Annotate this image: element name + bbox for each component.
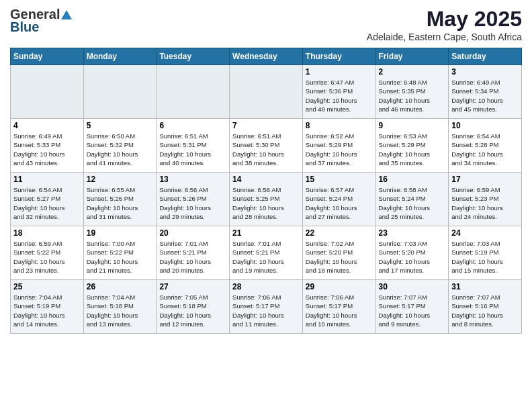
weekday-header-tuesday: Tuesday [157, 48, 230, 65]
calendar-cell: 2Sunrise: 6:48 AM Sunset: 5:35 PM Daylig… [375, 65, 449, 119]
day-info: Sunrise: 6:51 AM Sunset: 5:30 PM Dayligh… [232, 132, 300, 167]
day-info: Sunrise: 6:56 AM Sunset: 5:25 PM Dayligh… [232, 185, 300, 221]
calendar-cell: 29Sunrise: 7:06 AM Sunset: 5:17 PM Dayli… [302, 280, 375, 334]
calendar-cell: 20Sunrise: 7:01 AM Sunset: 5:21 PM Dayli… [157, 226, 230, 280]
page-header: General Blue May 2025 Adelaide, Eastern … [10, 7, 522, 42]
day-number: 11 [13, 175, 81, 184]
day-info: Sunrise: 6:48 AM Sunset: 5:35 PM Dayligh… [379, 78, 446, 113]
day-info: Sunrise: 6:57 AM Sunset: 5:24 PM Dayligh… [306, 185, 373, 221]
day-number: 15 [306, 175, 373, 184]
weekday-header-wednesday: Wednesday [230, 48, 303, 65]
calendar-table: SundayMondayTuesdayWednesdayThursdayFrid… [10, 48, 522, 334]
title-area: May 2025 Adelaide, Eastern Cape, South A… [367, 7, 522, 42]
calendar-week-row: 18Sunrise: 6:59 AM Sunset: 5:22 PM Dayli… [11, 226, 522, 280]
day-info: Sunrise: 7:06 AM Sunset: 5:17 PM Dayligh… [306, 293, 373, 328]
weekday-header-sunday: Sunday [11, 48, 84, 65]
day-number: 5 [87, 121, 154, 130]
day-number: 19 [87, 228, 154, 238]
day-info: Sunrise: 7:02 AM Sunset: 5:20 PM Dayligh… [306, 239, 373, 275]
day-number: 25 [13, 282, 81, 291]
calendar-cell: 22Sunrise: 7:02 AM Sunset: 5:20 PM Dayli… [302, 226, 375, 280]
day-number: 21 [232, 228, 300, 238]
day-number: 13 [159, 175, 226, 184]
day-info: Sunrise: 7:04 AM Sunset: 5:19 PM Dayligh… [13, 293, 81, 328]
day-info: Sunrise: 6:56 AM Sunset: 5:26 PM Dayligh… [159, 185, 226, 221]
day-info: Sunrise: 6:55 AM Sunset: 5:26 PM Dayligh… [87, 185, 154, 221]
day-number: 23 [379, 228, 446, 238]
day-number: 7 [232, 121, 300, 130]
calendar-cell: 12Sunrise: 6:55 AM Sunset: 5:26 PM Dayli… [83, 173, 157, 226]
day-info: Sunrise: 6:52 AM Sunset: 5:29 PM Dayligh… [306, 132, 373, 167]
weekday-header-friday: Friday [375, 48, 449, 65]
logo-blue: Blue [10, 19, 39, 35]
calendar-cell: 3Sunrise: 6:49 AM Sunset: 5:34 PM Daylig… [449, 65, 522, 119]
calendar-cell: 14Sunrise: 6:56 AM Sunset: 5:25 PM Dayli… [230, 173, 303, 226]
day-info: Sunrise: 7:01 AM Sunset: 5:21 PM Dayligh… [232, 239, 300, 275]
day-info: Sunrise: 7:03 AM Sunset: 5:20 PM Dayligh… [379, 239, 446, 275]
day-number: 17 [451, 175, 519, 184]
day-info: Sunrise: 7:04 AM Sunset: 5:18 PM Dayligh… [87, 293, 154, 328]
day-number: 22 [306, 228, 373, 238]
calendar-cell: 9Sunrise: 6:53 AM Sunset: 5:29 PM Daylig… [375, 119, 449, 173]
calendar-week-row: 1Sunrise: 6:47 AM Sunset: 5:36 PM Daylig… [11, 65, 522, 119]
calendar-cell: 31Sunrise: 7:07 AM Sunset: 5:16 PM Dayli… [449, 280, 522, 334]
day-number: 9 [379, 121, 446, 130]
day-number: 14 [232, 175, 300, 184]
weekday-header-saturday: Saturday [449, 48, 522, 65]
calendar-cell: 25Sunrise: 7:04 AM Sunset: 5:19 PM Dayli… [11, 280, 84, 334]
weekday-header-row: SundayMondayTuesdayWednesdayThursdayFrid… [11, 48, 522, 65]
day-number: 2 [379, 67, 446, 77]
weekday-header-thursday: Thursday [302, 48, 375, 65]
day-number: 28 [232, 282, 300, 291]
calendar-cell [157, 65, 230, 119]
calendar-cell: 27Sunrise: 7:05 AM Sunset: 5:18 PM Dayli… [157, 280, 230, 334]
day-info: Sunrise: 6:54 AM Sunset: 5:28 PM Dayligh… [451, 132, 519, 167]
day-info: Sunrise: 6:47 AM Sunset: 5:36 PM Dayligh… [306, 78, 373, 113]
day-info: Sunrise: 6:50 AM Sunset: 5:32 PM Dayligh… [87, 132, 154, 167]
day-info: Sunrise: 6:58 AM Sunset: 5:24 PM Dayligh… [379, 185, 446, 221]
calendar-cell: 19Sunrise: 7:00 AM Sunset: 5:22 PM Dayli… [83, 226, 157, 280]
calendar-cell: 7Sunrise: 6:51 AM Sunset: 5:30 PM Daylig… [230, 119, 303, 173]
day-info: Sunrise: 7:07 AM Sunset: 5:16 PM Dayligh… [451, 293, 519, 328]
day-number: 29 [306, 282, 373, 291]
day-info: Sunrise: 7:05 AM Sunset: 5:18 PM Dayligh… [159, 293, 226, 328]
calendar-cell: 21Sunrise: 7:01 AM Sunset: 5:21 PM Dayli… [230, 226, 303, 280]
logo: General Blue [10, 7, 73, 35]
day-info: Sunrise: 7:03 AM Sunset: 5:19 PM Dayligh… [451, 239, 519, 275]
calendar-cell: 17Sunrise: 6:59 AM Sunset: 5:23 PM Dayli… [449, 173, 522, 226]
svg-marker-0 [61, 10, 72, 19]
day-info: Sunrise: 6:54 AM Sunset: 5:27 PM Dayligh… [13, 185, 81, 221]
calendar-cell: 5Sunrise: 6:50 AM Sunset: 5:32 PM Daylig… [83, 119, 157, 173]
calendar-cell: 13Sunrise: 6:56 AM Sunset: 5:26 PM Dayli… [157, 173, 230, 226]
day-info: Sunrise: 6:59 AM Sunset: 5:23 PM Dayligh… [451, 185, 519, 221]
calendar-title: May 2025 [367, 7, 522, 32]
calendar-cell: 30Sunrise: 7:07 AM Sunset: 5:17 PM Dayli… [375, 280, 449, 334]
weekday-header-monday: Monday [83, 48, 157, 65]
calendar-subtitle: Adelaide, Eastern Cape, South Africa [367, 32, 522, 42]
day-number: 1 [306, 67, 373, 77]
day-info: Sunrise: 7:07 AM Sunset: 5:17 PM Dayligh… [379, 293, 446, 328]
day-number: 24 [451, 228, 519, 238]
day-number: 27 [159, 282, 226, 291]
day-info: Sunrise: 6:49 AM Sunset: 5:34 PM Dayligh… [451, 78, 519, 113]
day-info: Sunrise: 6:49 AM Sunset: 5:33 PM Dayligh… [13, 132, 81, 167]
calendar-week-row: 4Sunrise: 6:49 AM Sunset: 5:33 PM Daylig… [11, 119, 522, 173]
day-number: 26 [87, 282, 154, 291]
day-info: Sunrise: 7:00 AM Sunset: 5:22 PM Dayligh… [87, 239, 154, 275]
calendar-cell: 8Sunrise: 6:52 AM Sunset: 5:29 PM Daylig… [302, 119, 375, 173]
day-number: 3 [451, 67, 519, 77]
calendar-cell: 15Sunrise: 6:57 AM Sunset: 5:24 PM Dayli… [302, 173, 375, 226]
day-number: 12 [87, 175, 154, 184]
day-number: 10 [451, 121, 519, 130]
calendar-cell: 26Sunrise: 7:04 AM Sunset: 5:18 PM Dayli… [83, 280, 157, 334]
day-number: 16 [379, 175, 446, 184]
day-number: 6 [159, 121, 226, 130]
day-info: Sunrise: 6:51 AM Sunset: 5:31 PM Dayligh… [159, 132, 226, 167]
day-info: Sunrise: 7:01 AM Sunset: 5:21 PM Dayligh… [159, 239, 226, 275]
calendar-cell [83, 65, 157, 119]
calendar-cell [11, 65, 84, 119]
calendar-cell: 4Sunrise: 6:49 AM Sunset: 5:33 PM Daylig… [11, 119, 84, 173]
calendar-cell: 1Sunrise: 6:47 AM Sunset: 5:36 PM Daylig… [302, 65, 375, 119]
day-number: 18 [13, 228, 81, 238]
day-info: Sunrise: 6:59 AM Sunset: 5:22 PM Dayligh… [13, 239, 81, 275]
